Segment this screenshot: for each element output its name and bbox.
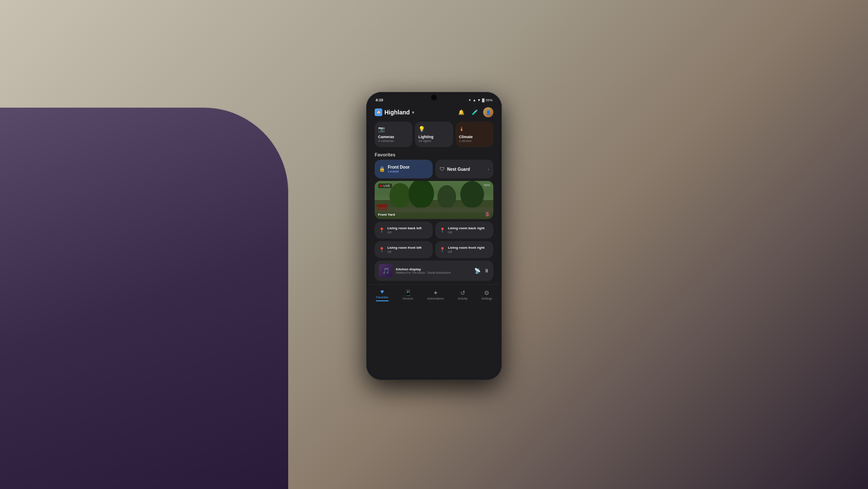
favorites-nav-icon: ♥ [381, 288, 384, 295]
climate-icon: 🌡 [459, 126, 490, 132]
nav-automations[interactable]: ✦ Automations [424, 289, 447, 301]
camera-feed[interactable]: LIVE Nest Front Yard 📵 [375, 181, 493, 219]
lighting-card[interactable]: 💡 Lighting 28 lights [415, 122, 453, 147]
living-room-front-left-btn[interactable]: 📍 Living room front left Off [375, 241, 433, 258]
front-door-text: Front Door Locked [388, 165, 428, 173]
media-card[interactable]: 🎵 Kitchen display Waiting For The Moon ·… [375, 261, 493, 281]
svg-point-2 [389, 183, 411, 208]
cameras-label: Cameras [378, 135, 409, 139]
home-name: Highland [384, 109, 410, 116]
activity-nav-label: Activity [458, 297, 467, 300]
light-grid: 📍 Living room back left Off 📍 Living roo… [369, 222, 499, 261]
bluetooth-icon: ✦ [468, 98, 471, 102]
nav-settings[interactable]: ⚙ Settings [478, 289, 495, 301]
camera-notch [431, 94, 437, 100]
activity-nav-icon: ↺ [460, 289, 465, 296]
cameras-sub: 4 cameras [378, 139, 409, 143]
favorites-row: 🔒 Front Door Locked 🛡 Nest Guard › [369, 160, 499, 181]
shield-icon: 🛡 [440, 166, 445, 172]
app-header: 🏠 Highland ▾ 🔔 🧪 👤 [369, 104, 499, 120]
nest-guard-card[interactable]: 🛡 Nest Guard › [435, 160, 493, 178]
live-text: LIVE [384, 184, 390, 187]
light-3-name: Living room front left [387, 246, 421, 250]
media-song-title: Waiting For The Moon · David Arkenstone [396, 271, 471, 274]
climate-card[interactable]: 🌡 Climate 1 device [456, 122, 493, 147]
cameras-card[interactable]: 📷 Cameras 4 cameras [375, 122, 412, 147]
cast-icon[interactable]: 📡 [474, 268, 481, 274]
live-dot [380, 185, 382, 187]
automations-nav-icon: ✦ [433, 289, 438, 296]
light-4-name: Living room front right [448, 246, 484, 250]
media-actions: 📡 ⏸ [474, 268, 489, 274]
light-2-name: Living room back right [448, 226, 484, 231]
light-btn-1-text: Living room back left Off [387, 226, 421, 233]
light-btn-2-text: Living room back right Off [448, 226, 484, 233]
svg-rect-7 [375, 207, 493, 212]
lighting-label: Lighting [418, 135, 449, 139]
categories-row: 📷 Cameras 4 cameras 💡 Lighting 28 lights… [369, 120, 499, 150]
svg-point-4 [437, 185, 456, 209]
automations-nav-label: Automations [427, 297, 444, 300]
phone-device: 4:10 ✦ ▲ ▼ ▓ 55% 🏠 Highland ▾ 🔔 🧪 [366, 92, 502, 380]
devices-nav-icon: 📱 [404, 289, 412, 296]
media-thumbnail: 🎵 [379, 264, 392, 278]
home-icon: 🏠 [375, 108, 382, 116]
nav-favorites[interactable]: ♥ Favorites [373, 287, 392, 302]
hand-background [0, 108, 288, 489]
front-door-status: Locked [388, 169, 428, 173]
status-icons: ✦ ▲ ▼ ▓ 55% [468, 98, 492, 102]
settings-nav-icon: ⚙ [484, 289, 490, 296]
wifi-icon: ▼ [477, 98, 481, 102]
bottom-nav: ♥ Favorites 📱 Devices ✦ Automations ↺ Ac… [369, 284, 499, 306]
light-btn-4-text: Living room front right Off [448, 246, 484, 253]
svg-point-5 [460, 181, 484, 208]
screen-content[interactable]: 🏠 Highland ▾ 🔔 🧪 👤 📷 Cameras 4 cameras [369, 104, 499, 378]
lighting-icon: 💡 [418, 126, 449, 132]
climate-label: Climate [459, 135, 490, 139]
light-1-name: Living room back left [387, 226, 421, 231]
nest-guard-text: Nest Guard [447, 167, 485, 172]
pause-button[interactable]: ⏸ [484, 268, 489, 274]
light-btn-3-text: Living room front left Off [387, 246, 421, 253]
lab-button[interactable]: 🧪 [470, 107, 480, 117]
camera-live-label: LIVE [378, 183, 392, 188]
light-1-status: Off [387, 231, 421, 234]
nav-devices[interactable]: 📱 Devices [399, 289, 417, 301]
living-room-back-right-btn[interactable]: 📍 Living room back right Off [435, 222, 493, 239]
camera-location: Front Yard [378, 213, 395, 217]
battery-percent: 55% [486, 98, 492, 102]
light-4-status: Off [448, 250, 484, 253]
media-device-name: Kitchen display [396, 267, 471, 271]
battery-icon: ▓ [482, 98, 484, 102]
camera-mute-icon[interactable]: 📵 [485, 212, 490, 217]
status-time: 4:10 [376, 98, 383, 102]
living-room-back-left-btn[interactable]: 📍 Living room back left Off [375, 222, 433, 239]
light-3-status: Off [387, 250, 421, 253]
nav-activity[interactable]: ↺ Activity [454, 289, 470, 301]
climate-sub: 1 device [459, 139, 490, 143]
avatar-button[interactable]: 👤 [483, 107, 493, 117]
cameras-icon: 📷 [378, 126, 409, 132]
favorites-section-label: Favorites [369, 150, 499, 160]
devices-nav-label: Devices [403, 297, 413, 300]
nav-active-indicator [376, 300, 389, 301]
header-actions: 🔔 🧪 👤 [456, 107, 493, 117]
location-pin-icon-3: 📍 [379, 247, 385, 253]
settings-nav-label: Settings [481, 297, 492, 300]
living-room-front-right-btn[interactable]: 📍 Living room front right Off [435, 241, 493, 258]
front-door-title: Front Door [388, 165, 428, 169]
dropdown-arrow-icon[interactable]: ▾ [412, 110, 414, 115]
nest-guard-title: Nest Guard [447, 167, 485, 172]
camera-brand: Nest [484, 183, 490, 186]
lock-icon: 🔒 [379, 166, 385, 172]
favorites-nav-label: Favorites [376, 296, 388, 299]
light-2-status: Off [448, 231, 484, 234]
location-pin-icon-2: 📍 [440, 228, 445, 233]
signal-icon: ▲ [473, 98, 476, 102]
media-info: Kitchen display Waiting For The Moon · D… [396, 267, 471, 274]
nest-arrow-icon: › [488, 167, 489, 172]
bell-button[interactable]: 🔔 [456, 107, 466, 117]
location-pin-icon-4: 📍 [440, 247, 445, 253]
home-title[interactable]: 🏠 Highland ▾ [375, 108, 414, 116]
front-door-card[interactable]: 🔒 Front Door Locked [375, 160, 433, 178]
